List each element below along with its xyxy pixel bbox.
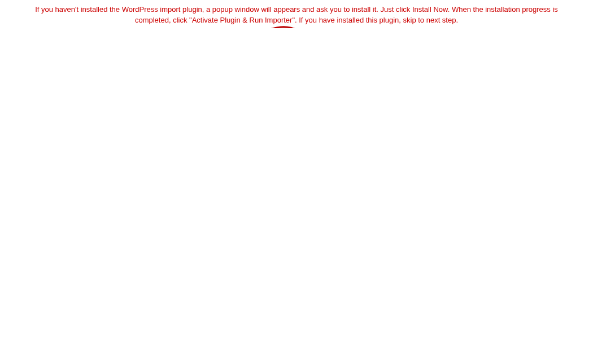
top-instruction: If you haven't installed the WordPress i…: [0, 0, 593, 28]
